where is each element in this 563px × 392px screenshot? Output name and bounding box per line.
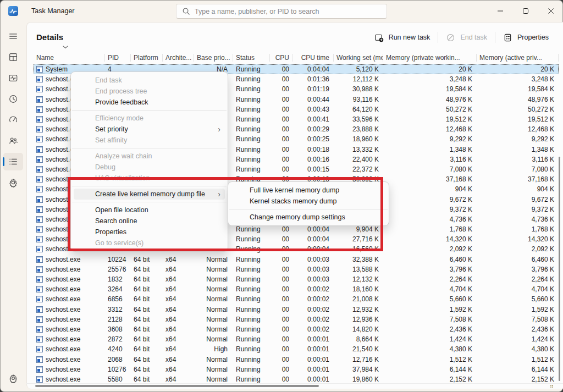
sidebar-item-users[interactable] (3, 132, 23, 150)
cell-baseprio: High (194, 345, 233, 353)
submenu-item-change-memory-dump-settings[interactable]: Change memory dump settings (231, 212, 386, 223)
close-button[interactable] (538, 0, 563, 22)
menu-item-label: Open file location (95, 206, 148, 214)
table-row[interactable]: svchost.exe206864 bitx64NormalRunning000… (34, 354, 559, 364)
table-row[interactable]: svchost.exe1027664 bitx64NormalRunning00… (34, 365, 559, 374)
cell-cpu: 00 (270, 335, 292, 343)
table-row[interactable]: svchost.exe360864 bitx64NormalRunning000… (34, 324, 559, 334)
sidebar-item-processes[interactable] (3, 48, 23, 66)
vertical-scrollbar[interactable] (559, 157, 560, 381)
process-icon (36, 116, 43, 123)
cell-cpu: 00 (270, 256, 292, 263)
cell-ws: 13,588 K (334, 266, 383, 273)
cell-status: Running (233, 146, 270, 153)
sidebar-item-app-history[interactable] (3, 90, 23, 108)
cell-cputime: 0:00:15 (292, 165, 334, 173)
cell-status: Running (233, 366, 270, 373)
cell-cpu: 00 (270, 306, 292, 313)
column-header-platform[interactable]: Platform (131, 51, 163, 64)
process-icon (36, 286, 43, 292)
menu-item-provide-feedback[interactable]: Provide feedback (74, 97, 225, 108)
cell-ma: 12,468 K (477, 125, 559, 133)
titlebar: Task Manager (0, 0, 563, 22)
cell-baseprio: Normal (194, 325, 233, 333)
table-row[interactable]: svchost.exe2557664 bitx64NormalRunning00… (34, 264, 559, 274)
column-header-arch[interactable]: Archite... (163, 51, 194, 64)
search-input[interactable] (195, 8, 387, 15)
run-new-task-button[interactable]: Run new task (367, 29, 438, 46)
cell-cputime: 0:00:03 (292, 266, 334, 273)
menu-item-label: Efficiency mode (95, 114, 143, 122)
submenu-item-full-live-kernel-memory-dump[interactable]: Full live kernel memory dump (231, 185, 386, 196)
cell-cputime: 0:00:04 (292, 225, 334, 233)
column-header-cpu[interactable]: CPU (270, 51, 292, 64)
table-row[interactable]: svchost.exe331264 bitx64NormalRunning000… (34, 305, 559, 314)
properties-button[interactable]: Properties (495, 29, 556, 46)
maximize-button[interactable] (513, 0, 538, 22)
menu-item-search-online[interactable]: Search online (74, 216, 225, 227)
cell-mp: 14,320 K (383, 235, 477, 243)
cell-platform: 64 bit (131, 345, 163, 353)
column-header-status[interactable]: Status (233, 51, 270, 64)
sidebar-item-details[interactable] (3, 153, 23, 170)
process-name: svchost.exe (46, 266, 80, 273)
hamburger-icon (8, 31, 18, 41)
menu-item-open-file-location[interactable]: Open file location (74, 205, 225, 216)
process-name: svchost.exe (46, 316, 80, 323)
menu-item-create-live-kernel-memory-dump-file[interactable]: Create live kernel memory dump file› (74, 189, 225, 200)
menu-item-uac-virtualization: UAC virtualization (74, 173, 225, 184)
cell-baseprio: Normal (194, 366, 233, 373)
table-row[interactable]: svchost.exe424064 bitx64HighRunning000:0… (34, 344, 559, 354)
submenu: Full live kernel memory dumpKernel stack… (228, 181, 389, 226)
cell-mp: 1,768 K (383, 225, 477, 233)
column-header-baseprio[interactable]: Base prio... (194, 51, 233, 64)
properties-label: Properties (517, 34, 549, 41)
table-row[interactable]: svchost.exe1022464 bitx64NormalRunning00… (34, 255, 559, 264)
cell-cpu: 00 (270, 85, 292, 93)
process-icon (36, 356, 43, 363)
cell-ma: 6,460 K (477, 256, 559, 263)
page-title: Details (36, 32, 63, 42)
sidebar-menu-button[interactable] (3, 27, 23, 45)
horizontal-scrollbar[interactable] (35, 385, 319, 387)
cell-cpu: 00 (270, 285, 292, 293)
cell-ws: 22,372 K (334, 165, 383, 173)
table-row[interactable]: svchost.exe287264 bitx64NormalRunning000… (34, 334, 559, 344)
cell-platform: 64 bit (131, 325, 163, 333)
cell-ma: 2,264 K (477, 275, 559, 283)
process-icon (36, 206, 43, 213)
cell-status: Running (233, 335, 270, 343)
cell-ma: 4,704 K (477, 285, 559, 293)
cell-status: Running (233, 285, 270, 293)
column-header-name[interactable]: Name (34, 51, 105, 64)
column-header-ws[interactable]: Working set (memo... (334, 51, 383, 64)
cell-ws: 32,388 K (334, 256, 383, 263)
minimize-button[interactable] (488, 0, 512, 22)
column-header-mp[interactable]: Memory (private workin... (383, 51, 477, 64)
cell-pid: 3608 (105, 325, 131, 333)
task-manager-window: Task Manager (0, 0, 563, 392)
cell-status: Running (233, 275, 270, 283)
table-row[interactable]: svchost.exe326464 bitx64NormalRunning000… (34, 284, 559, 294)
process-icon (36, 106, 43, 113)
menu-item-properties[interactable]: Properties (74, 227, 225, 238)
cell-ws: 12,716 K (334, 356, 383, 363)
submenu-item-kernel-stacks-memory-dump[interactable]: Kernel stacks memory dump (231, 196, 386, 207)
search-box[interactable] (176, 4, 387, 19)
table-row[interactable]: svchost.exe212864 bitx64NormalRunning000… (34, 314, 559, 324)
maximize-icon (522, 8, 529, 14)
resize-grip[interactable] (550, 385, 554, 388)
menu-item-set-priority[interactable]: Set priority› (74, 124, 225, 135)
cell-cputime: 0:00:01 (292, 376, 334, 383)
cell-arch: x64 (163, 285, 194, 293)
column-header-ma[interactable]: Memory (active priv... (477, 51, 559, 64)
sidebar-item-performance[interactable] (3, 69, 23, 87)
sidebar-item-services[interactable] (3, 174, 23, 191)
column-header-cputime[interactable]: CPU time (292, 51, 334, 64)
table-row[interactable]: svchost.exe685664 bitx64NormalRunning000… (34, 294, 559, 304)
column-header-pid[interactable]: PID (105, 51, 131, 64)
table-row[interactable]: svchost.exe183264 bitx64NormalRunning000… (34, 274, 559, 284)
sidebar-item-startup-apps[interactable] (3, 111, 23, 129)
table-row[interactable]: svchost.exe558064 bitx64NormalRunning000… (34, 374, 559, 384)
settings-button[interactable] (3, 369, 23, 387)
